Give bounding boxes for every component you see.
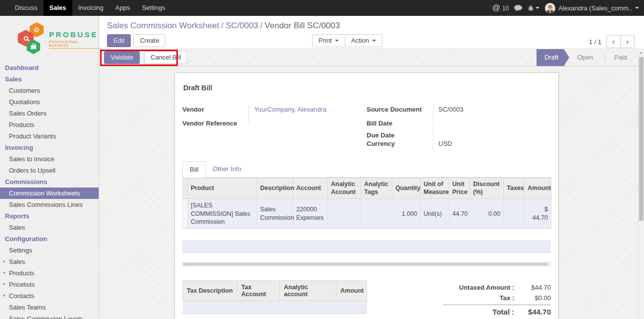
vertical-scrollbar[interactable]: ▲ bbox=[638, 49, 644, 319]
col-description: Description bbox=[257, 178, 293, 199]
sidebar-item-sales-orders[interactable]: Sales Orders bbox=[0, 108, 99, 119]
untaxed-amount-value: $44.70 bbox=[519, 284, 551, 291]
menu-invoicing[interactable]: Invoicing bbox=[72, 0, 109, 16]
menu-sales[interactable]: Sales bbox=[44, 0, 72, 16]
app-menus: Discuss Sales Invoicing Apps Settings bbox=[0, 0, 171, 16]
menu-apps[interactable]: Apps bbox=[109, 0, 136, 16]
status-step-paid[interactable]: Paid bbox=[606, 49, 635, 66]
sidebar-item-commission-worksheets[interactable]: Commission Worksheets bbox=[0, 188, 99, 199]
row-handle[interactable] bbox=[183, 199, 188, 229]
user-menu[interactable]: Alexandra (Sales_comm.. bbox=[545, 3, 639, 13]
mention-count: 10 bbox=[502, 5, 509, 12]
sidebar-item-config-contacts[interactable]: ▸Contacts bbox=[0, 290, 99, 302]
sidebar: ⚙ PROBUSE PROFESSIONAL BUSINESS Dashboar… bbox=[0, 16, 99, 319]
bill-line-row[interactable]: [SALES COMMISSION] Sales Commission Sale… bbox=[183, 199, 551, 229]
notebook-tabs: Bill Other Info bbox=[182, 161, 551, 178]
cell-analytic-tags bbox=[361, 199, 392, 229]
cell-analytic-account bbox=[328, 199, 361, 229]
sidebar-item-sales-commissions-lines[interactable]: Sales Commissions Lines bbox=[0, 199, 99, 210]
expand-arrow-icon: ▸ bbox=[3, 258, 6, 263]
edit-button[interactable]: Edit bbox=[107, 34, 131, 47]
chat-bubble-icon[interactable] bbox=[514, 5, 522, 11]
col-amount: Amount bbox=[525, 178, 551, 199]
validate-button[interactable]: Validate bbox=[104, 51, 140, 64]
sidebar-item-reports-sales[interactable]: Sales bbox=[0, 222, 99, 233]
sidebar-section-commissions[interactable]: Commissions bbox=[0, 176, 99, 188]
sidebar-section-reports[interactable]: Reports bbox=[0, 210, 99, 222]
sidebar-item-sales-to-invoice[interactable]: Sales to Invoice bbox=[0, 153, 99, 165]
tax-total-value: $0.00 bbox=[519, 294, 551, 302]
statusbar: Validate Cancel Bill Draft Open Paid bbox=[99, 49, 638, 66]
top-navbar: Discuss Sales Invoicing Apps Settings @ … bbox=[0, 0, 644, 16]
vertical-scrollbar-thumb[interactable] bbox=[639, 57, 644, 221]
sidebar-section-sales[interactable]: Sales bbox=[0, 73, 99, 85]
sidebar-item-sales-commission-levels[interactable]: Sales Commission Levels bbox=[0, 313, 99, 319]
caret-down-icon bbox=[635, 7, 639, 9]
create-button[interactable]: Create bbox=[133, 34, 165, 47]
sidebar-item-sales-teams[interactable]: Sales Teams bbox=[0, 302, 99, 313]
col-account: Account bbox=[293, 178, 328, 199]
breadcrumb-sc0003[interactable]: SC/0003 bbox=[225, 21, 258, 30]
col-tax-analytic-account: Analytic account bbox=[280, 281, 336, 301]
at-icon: @ bbox=[492, 3, 500, 12]
status-step-open[interactable]: Open bbox=[569, 49, 601, 66]
empty-tax-row bbox=[183, 301, 367, 314]
vendor-label: Vendor bbox=[182, 105, 249, 113]
tab-bill[interactable]: Bill bbox=[182, 161, 206, 178]
breadcrumb-separator: / bbox=[258, 21, 265, 30]
vendor-value[interactable]: YourCompany, Alexandra bbox=[249, 105, 350, 115]
debug-menu[interactable] bbox=[528, 5, 539, 11]
empty-bill-line[interactable] bbox=[182, 241, 551, 253]
tax-table-gap bbox=[183, 314, 367, 319]
total-label: Total : bbox=[443, 308, 514, 316]
row-handle-header bbox=[183, 178, 188, 199]
scroll-up-button[interactable]: ▲ bbox=[639, 49, 644, 56]
sidebar-item-config-products[interactable]: ▸Products bbox=[0, 267, 99, 279]
sidebar-item-settings[interactable]: Settings bbox=[0, 245, 99, 256]
print-dropdown-button[interactable]: Print bbox=[312, 34, 345, 47]
menu-settings[interactable]: Settings bbox=[136, 0, 171, 16]
breadcrumb-separator: / bbox=[219, 21, 225, 30]
sidebar-item-products[interactable]: Products bbox=[0, 119, 99, 130]
sidebar-item-quotations[interactable]: Quotations bbox=[0, 96, 99, 108]
status-step-draft[interactable]: Draft bbox=[537, 49, 569, 66]
sidebar-section-configuration[interactable]: Configuration bbox=[0, 233, 99, 245]
sidebar-item-customers[interactable]: Customers bbox=[0, 85, 99, 96]
sidebar-item-orders-to-upsell[interactable]: Orders to Upsell bbox=[0, 165, 99, 176]
content-area: Draft Bill Vendor YourCompany, Alexandra… bbox=[99, 66, 638, 319]
due-date-value[interactable] bbox=[433, 127, 551, 137]
cell-quantity: 1.000 bbox=[392, 199, 421, 229]
pager-previous-button[interactable]: ‹ bbox=[606, 35, 621, 48]
col-analytic-tags: Analytic Tags bbox=[361, 178, 392, 199]
cancel-bill-button[interactable]: Cancel Bill bbox=[144, 51, 187, 64]
main-header: Sales Commission Worksheet/SC/0003/Vendo… bbox=[99, 16, 644, 49]
breadcrumb-worksheets[interactable]: Sales Commission Worksheet bbox=[107, 21, 219, 30]
vendor-reference-value[interactable] bbox=[249, 115, 350, 126]
breadcrumb: Sales Commission Worksheet/SC/0003/Vendo… bbox=[99, 16, 644, 31]
cell-product: [SALES COMMISSION] Sales Commission bbox=[188, 199, 257, 229]
horizontal-scrollbar-thumb[interactable] bbox=[183, 263, 547, 265]
bill-lines-table: Product Description Account Analytic Acc… bbox=[182, 178, 551, 229]
horizontal-scrollbar[interactable] bbox=[182, 262, 551, 266]
tax-lines-table: Tax Description Tax Account Analytic acc… bbox=[182, 280, 367, 319]
sidebar-item-dashboard[interactable]: Dashboard bbox=[0, 62, 99, 73]
col-analytic-account: Analytic Account bbox=[328, 178, 361, 199]
menu-discuss[interactable]: Discuss bbox=[9, 0, 44, 16]
action-dropdown-button[interactable]: Action bbox=[345, 34, 382, 47]
expand-arrow-icon: ▸ bbox=[3, 293, 6, 298]
bill-date-label: Bill Date bbox=[367, 119, 433, 127]
sidebar-section-invoicing[interactable]: Invoicing bbox=[0, 142, 99, 153]
sidebar-item-config-sales[interactable]: ▸Sales bbox=[0, 256, 99, 267]
bill-date-value[interactable] bbox=[433, 115, 551, 126]
pager-next-button[interactable]: › bbox=[620, 35, 635, 48]
mentions-counter[interactable]: @ 10 bbox=[492, 3, 509, 12]
sidebar-item-config-pricelists[interactable]: ▸Pricelists bbox=[0, 279, 99, 290]
logo-subtitle: PROFESSIONAL BUSINESS bbox=[49, 40, 99, 49]
untaxed-amount-label: Untaxed Amount : bbox=[443, 284, 514, 291]
col-tax-description: Tax Description bbox=[183, 281, 237, 301]
col-unit-price: Unit Price bbox=[449, 178, 470, 199]
cell-discount: 0.00 bbox=[470, 199, 504, 229]
tab-other-info[interactable]: Other Info bbox=[206, 161, 248, 177]
sidebar-item-product-variants[interactable]: Product Variants bbox=[0, 130, 99, 142]
expand-arrow-icon: ▸ bbox=[3, 270, 6, 275]
